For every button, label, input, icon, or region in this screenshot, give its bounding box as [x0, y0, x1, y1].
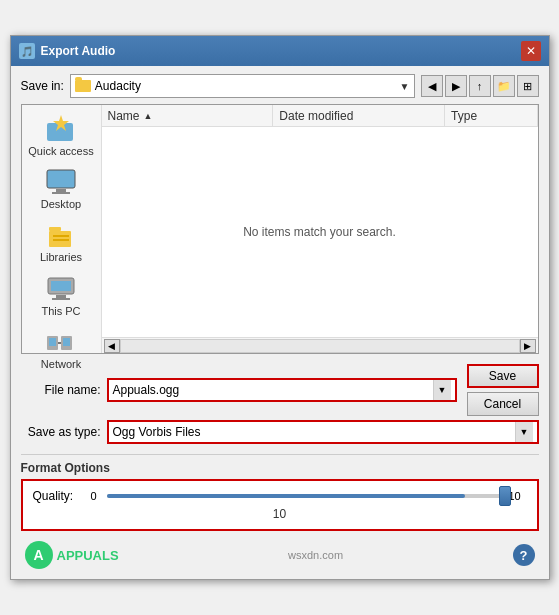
sidebar-item-desktop[interactable]: Desktop [25, 164, 97, 215]
svg-rect-6 [49, 227, 61, 231]
sidebar-item-libraries[interactable]: Libraries [25, 217, 97, 268]
slider-value-display: 10 [33, 507, 527, 521]
quality-label-row: Quality: 0 10 [33, 489, 527, 503]
svg-rect-16 [63, 338, 70, 346]
saveastype-row: Save as type: Ogg Vorbis Files ▼ [21, 420, 539, 444]
logo-text: APPUALS [57, 548, 119, 563]
up-button[interactable]: ↑ [469, 75, 491, 97]
quick-access-label: Quick access [28, 145, 93, 158]
close-button[interactable]: ✕ [521, 41, 541, 61]
toolbar-buttons: ◀ ▶ ↑ 📁 ⊞ [421, 75, 539, 97]
file-list-header: Name ▲ Date modified Type [102, 105, 538, 127]
cancel-button[interactable]: Cancel [467, 392, 539, 416]
col-name-header[interactable]: Name ▲ [102, 105, 274, 126]
scroll-left-button[interactable]: ◀ [104, 339, 120, 353]
libraries-icon [45, 221, 77, 249]
sidebar-item-quick-access[interactable]: Quick access [25, 111, 97, 162]
sidebar-item-thispc[interactable]: This PC [25, 271, 97, 322]
svg-rect-2 [47, 170, 75, 188]
file-list-body: No items match your search. [102, 127, 538, 337]
desktop-label: Desktop [41, 198, 81, 211]
scroll-right-button[interactable]: ▶ [520, 339, 536, 353]
libraries-label: Libraries [40, 251, 82, 264]
logo-icon: A [25, 541, 53, 569]
filename-combo[interactable]: Appuals.ogg ▼ [107, 378, 457, 402]
filename-arrow[interactable]: ▼ [433, 380, 451, 400]
site-url: wsxdn.com [288, 549, 343, 561]
slider-max: 10 [509, 490, 527, 502]
new-folder-button[interactable]: 📁 [493, 75, 515, 97]
forward-button[interactable]: ▶ [445, 75, 467, 97]
bottom-fields: File name: Appuals.ogg ▼ Save Cancel Sav… [21, 360, 539, 448]
dialog-body: Save in: Audacity ▼ ◀ ▶ ↑ 📁 ⊞ [11, 66, 549, 579]
save-in-arrow: ▼ [400, 81, 410, 92]
svg-rect-8 [53, 239, 69, 241]
format-options-section: Format Options Quality: 0 10 10 [21, 454, 539, 531]
save-in-combo[interactable]: Audacity ▼ [70, 74, 415, 98]
save-in-row: Save in: Audacity ▼ ◀ ▶ ↑ 📁 ⊞ [21, 74, 539, 98]
slider-min: 0 [91, 490, 103, 502]
empty-message: No items match your search. [243, 225, 396, 239]
filename-value: Appuals.ogg [113, 383, 433, 397]
view-button[interactable]: ⊞ [517, 75, 539, 97]
dialog-icon: 🎵 [19, 43, 35, 59]
appuals-logo: A APPUALS [25, 541, 119, 569]
branding-row: A APPUALS wsxdn.com ? [21, 537, 539, 571]
export-audio-dialog: 🎵 Export Audio ✕ Save in: Audacity ▼ ◀ ▶… [10, 35, 550, 580]
quick-access-icon [45, 115, 77, 143]
svg-rect-10 [51, 281, 71, 291]
action-buttons: Save Cancel [467, 364, 539, 416]
save-in-label: Save in: [21, 79, 64, 93]
svg-rect-4 [52, 192, 70, 194]
col-date-header[interactable]: Date modified [273, 105, 445, 126]
title-bar-left: 🎵 Export Audio [19, 43, 116, 59]
back-button[interactable]: ◀ [421, 75, 443, 97]
file-area: Quick access Desktop [21, 104, 539, 354]
quality-label: Quality: [33, 489, 83, 503]
filename-label: File name: [21, 383, 101, 397]
slider-track[interactable] [107, 494, 505, 498]
svg-rect-12 [52, 298, 70, 300]
horizontal-scrollbar[interactable]: ◀ ▶ [102, 337, 538, 353]
title-bar: 🎵 Export Audio ✕ [11, 36, 549, 66]
scroll-track[interactable] [120, 339, 520, 353]
quality-row: Quality: 0 10 10 [21, 479, 539, 531]
help-button[interactable]: ? [513, 544, 535, 566]
svg-rect-14 [49, 338, 56, 346]
svg-rect-7 [53, 235, 69, 237]
filename-row: File name: Appuals.ogg ▼ Save Cancel [21, 364, 539, 416]
thispc-label: This PC [41, 305, 80, 318]
col-type-header[interactable]: Type [445, 105, 537, 126]
folder-icon [75, 80, 91, 92]
thispc-icon [45, 275, 77, 303]
slider-filled [107, 494, 465, 498]
format-options-title: Format Options [21, 461, 539, 475]
desktop-icon [45, 168, 77, 196]
dialog-title: Export Audio [41, 44, 116, 58]
file-sidebar: Quick access Desktop [22, 105, 102, 353]
network-icon [45, 328, 77, 356]
saveastype-label: Save as type: [21, 425, 101, 439]
save-in-value: Audacity [95, 79, 396, 93]
saveastype-value: Ogg Vorbis Files [113, 425, 515, 439]
save-button[interactable]: Save [467, 364, 539, 388]
slider-thumb[interactable] [499, 486, 511, 506]
slider-container: 0 10 [91, 490, 527, 502]
saveastype-arrow[interactable]: ▼ [515, 422, 533, 442]
file-list: Name ▲ Date modified Type No items match… [102, 105, 538, 353]
saveastype-combo[interactable]: Ogg Vorbis Files ▼ [107, 420, 539, 444]
